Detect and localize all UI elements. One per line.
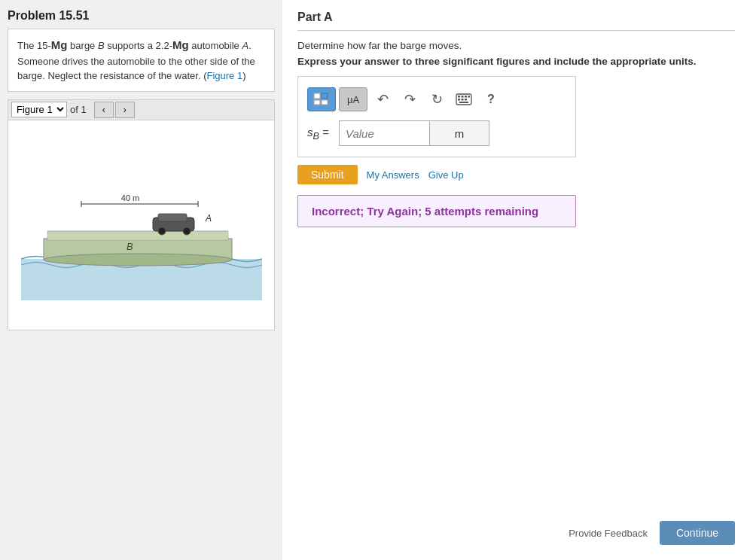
keyboard-icon [456,93,472,105]
svg-point-10 [183,227,191,235]
value-input[interactable] [339,120,429,146]
svg-text:B: B [127,241,133,252]
variable-label: sB = [307,126,334,142]
svg-rect-28 [465,99,467,101]
provide-feedback-link[interactable]: Provide Feedback [569,528,648,539]
svg-rect-8 [158,214,187,221]
my-answers-link[interactable]: My Answers [367,169,419,181]
refresh-button[interactable]: ↻ [425,87,449,111]
answer-container: μA ↶ ↷ ↻ ? [297,76,576,157]
redo-button[interactable]: ↷ [398,87,422,111]
svg-rect-18 [322,93,328,99]
matrix-icon [313,93,330,106]
figure-next-button[interactable]: › [115,102,135,118]
svg-rect-22 [458,96,460,98]
svg-rect-19 [314,100,320,105]
svg-text:A: A [205,213,212,224]
svg-point-2 [44,254,232,266]
submit-row: Submit My Answers Give Up [297,165,735,184]
svg-rect-25 [468,96,471,98]
svg-rect-29 [459,102,468,103]
figure-of-label: of 1 [70,104,87,115]
svg-rect-23 [462,96,464,98]
svg-point-9 [158,227,166,235]
input-row: sB = m [307,120,566,146]
figure-box: A B 40 m [8,120,275,330]
bottom-row: Provide Feedback Continue [297,513,735,545]
problem-text: The 15-Mg barge B supports a 2.2-Mg auto… [17,40,255,81]
express-text: Express your answer to three significant… [297,56,735,67]
help-button[interactable]: ? [479,87,503,111]
continue-button[interactable]: Continue [660,521,735,545]
svg-rect-17 [314,93,320,99]
question-text: Determine how far the barge moves. [297,40,735,51]
problem-text-box: The 15-Mg barge B supports a 2.2-Mg auto… [8,29,275,92]
figure-link[interactable]: Figure 1 [206,70,242,81]
figure-selector[interactable]: Figure 1 [11,102,67,117]
barge-diagram: A B 40 m [21,150,262,300]
svg-rect-27 [462,99,464,101]
toolbar: μA ↶ ↷ ↻ ? [307,87,566,111]
give-up-link[interactable]: Give Up [428,169,464,181]
incorrect-banner: Incorrect; Try Again; 5 attempts remaini… [297,195,576,227]
svg-rect-20 [322,100,328,105]
undo-button[interactable]: ↶ [370,87,395,111]
svg-rect-26 [458,99,460,101]
figure-controls: Figure 1 of 1 ‹ › [8,99,275,120]
unit-box: m [429,120,489,146]
part-a-title: Part A [297,0,735,31]
mu-button[interactable]: μA [339,87,367,111]
svg-text:40 m: 40 m [120,193,139,202]
submit-button[interactable]: Submit [297,165,358,184]
problem-title: Problem 15.51 [0,0,282,29]
keyboard-button[interactable] [452,87,476,111]
figure-prev-button[interactable]: ‹ [94,102,114,118]
matrix-button[interactable] [307,87,336,111]
svg-rect-24 [465,96,467,98]
svg-rect-3 [47,231,228,240]
